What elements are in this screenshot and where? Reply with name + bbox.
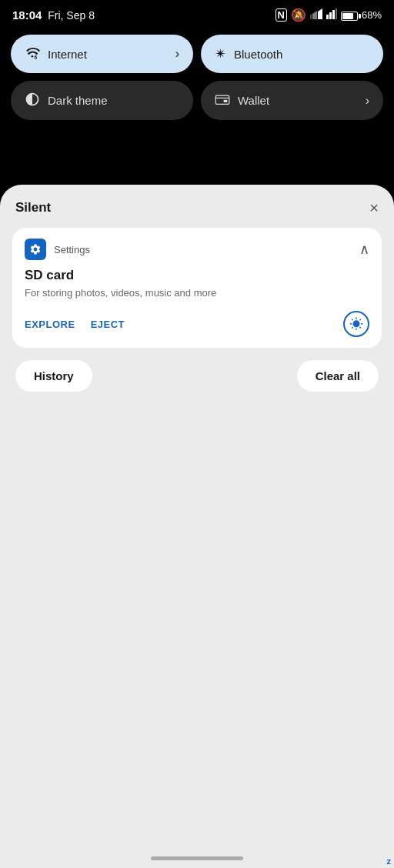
status-time-date: 18:04 Fri, Sep 8 [12, 8, 95, 22]
tile-bluetooth-label: Bluetooth [234, 48, 282, 61]
tile-internet[interactable]: 6 Internet › [11, 35, 193, 73]
notif-header: Settings ∧ [25, 239, 369, 260]
quick-settings: 6 Internet › ✴ Bluetooth Dark theme Wall… [0, 28, 394, 129]
history-button[interactable]: History [15, 360, 92, 392]
wallet-icon [215, 93, 230, 108]
svg-marker-0 [318, 8, 322, 19]
status-bar: 18:04 Fri, Sep 8 N 🔕 68% [0, 0, 394, 28]
svg-point-7 [32, 55, 34, 57]
notif-actions: EXPLORE EJECT z [25, 311, 369, 337]
signal-icon [310, 8, 322, 22]
tile-bluetooth[interactable]: ✴ Bluetooth [201, 35, 383, 73]
panel-header: Silent × [12, 200, 382, 215]
battery-percent: 68% [362, 9, 382, 21]
bluetooth-icon: ✴ [215, 45, 226, 62]
eject-button[interactable]: EJECT [91, 319, 125, 330]
svg-text:6: 6 [34, 55, 37, 59]
notification-panel: Silent × Settings ∧ SD card For storing … [0, 185, 394, 868]
notif-expand-chevron[interactable]: ∧ [359, 241, 369, 258]
svg-rect-3 [326, 15, 329, 19]
clear-all-button[interactable]: Clear all [297, 360, 379, 392]
status-icons: N 🔕 68% [275, 8, 382, 22]
svg-rect-5 [332, 10, 335, 19]
home-indicator [151, 856, 243, 860]
svg-marker-1 [312, 11, 317, 19]
panel-title: Silent [15, 200, 51, 215]
tile-wallet-label: Wallet [238, 94, 269, 107]
notif-app-name: Settings [54, 244, 90, 255]
svg-rect-10 [224, 100, 228, 102]
notif-app-info: Settings [25, 239, 90, 260]
dark-theme-icon [25, 92, 40, 109]
mute-icon: 🔕 [291, 8, 306, 22]
panel-close-button[interactable]: × [369, 200, 379, 215]
battery-icon [341, 9, 358, 21]
svg-marker-2 [310, 14, 312, 19]
wifi-icon: 6 [25, 47, 40, 62]
tile-dark-theme[interactable]: Dark theme [11, 81, 193, 120]
panel-buttons: History Clear all [12, 360, 382, 392]
svg-rect-4 [329, 12, 332, 19]
svg-rect-6 [336, 8, 337, 19]
notif-desc: For storing photos, videos, music and mo… [25, 286, 369, 300]
tile-internet-arrow: › [175, 47, 179, 61]
snooze-button[interactable]: z [343, 311, 369, 337]
tile-dark-theme-label: Dark theme [48, 94, 108, 107]
notification-card: Settings ∧ SD card For storing photos, v… [12, 228, 382, 348]
tile-wallet-arrow: › [366, 94, 369, 108]
status-date: Fri, Sep 8 [48, 9, 95, 22]
notif-title: SD card [25, 268, 369, 283]
tile-internet-label: Internet [48, 48, 87, 61]
nfc-icon: N [275, 8, 287, 22]
tile-wallet[interactable]: Wallet › [201, 81, 383, 120]
explore-button[interactable]: EXPLORE [25, 319, 75, 330]
status-time: 18:04 [12, 8, 42, 22]
cellular-icon [326, 8, 337, 22]
svg-rect-9 [215, 95, 229, 104]
settings-app-icon [25, 239, 46, 260]
